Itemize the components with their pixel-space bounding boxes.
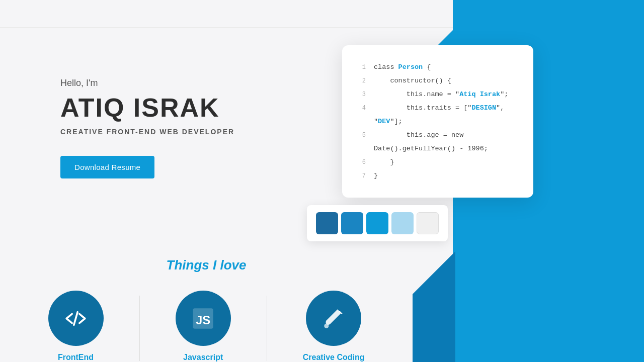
code-line-1: 1 class Person { [360,60,516,74]
role-text: CREATIVE FRONT-END WEB DEVELOPER [60,128,234,136]
brush-icon [320,305,348,332]
things-section: Things I love FrontEnd JS Javascri [0,257,413,362]
code-card: 1 class Person { 2 constructor() { 3 thi… [342,45,533,198]
code-line-7: 7 } [360,169,516,183]
divider-1 [139,296,140,361]
color-swatches [307,205,448,241]
navbar [0,0,644,28]
javascript-label: Javascript [183,353,223,362]
swatch-1 [316,212,338,234]
js-icon: JS [189,305,217,332]
creative-coding-icon-circle [306,291,361,346]
swatch-4 [391,212,414,234]
name-heading: ATIQ ISRAK [60,93,234,123]
code-block: 1 class Person { 2 constructor() { 3 thi… [360,60,516,183]
triangle-bottom [413,251,455,362]
things-grid: FrontEnd JS Javascript Cre [30,291,382,362]
greeting-text: Hello, I'm [60,78,234,88]
javascript-icon-circle: JS [176,291,231,346]
code-line-6: 6 } [360,155,516,169]
code-icon [62,305,90,332]
code-line-3: 3 this.name = "Atiq Israk"; [360,87,516,101]
hero-section: Hello, I'm ATIQ ISRAK CREATIVE FRONT-END… [0,28,644,178]
swatch-5 [417,212,439,234]
download-resume-button[interactable]: Download Resume [60,156,154,178]
svg-point-2 [324,323,329,328]
code-line-5: 5 this.age = new Date().getFullYear() - … [360,128,516,155]
creative-coding-label: Creative Coding [303,353,365,362]
code-line-4: 4 this.traits = ["DESIGN", "DEV"]; [360,101,516,128]
thing-javascript: JS Javascript [176,291,231,362]
swatch-2 [341,212,363,234]
code-line-2: 2 constructor() { [360,74,516,87]
frontend-icon-circle [48,291,104,346]
svg-text:JS: JS [196,313,210,326]
thing-frontend: FrontEnd [48,291,104,362]
thing-creative-coding: Creative Coding [303,291,365,362]
divider-2 [267,296,267,361]
frontend-label: FrontEnd [58,353,94,362]
swatch-3 [366,212,388,234]
things-section-title: Things I love [30,257,382,273]
hero-text: Hello, I'm ATIQ ISRAK CREATIVE FRONT-END… [60,68,234,178]
